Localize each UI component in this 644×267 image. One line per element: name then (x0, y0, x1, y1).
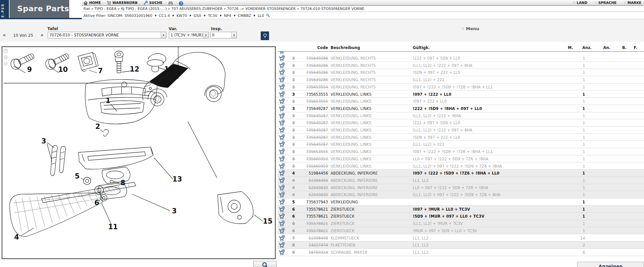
add-to-cart-icon[interactable] (279, 191, 285, 198)
add-to-cart-icon[interactable] (279, 242, 285, 248)
part-code[interactable]: 735653555 (295, 149, 328, 154)
part-code[interactable]: 735660959 (295, 164, 328, 169)
table-row[interactable]: 451984456ABDECKUNG, INFERIORE!097 + !222… (278, 170, 644, 177)
table-row[interactable]: 5735637943VERKLEIDUNG1 (278, 198, 644, 206)
menu-item-suche[interactable]: SUCHE (143, 1, 162, 5)
pager-prev-button[interactable]: « (3, 33, 6, 38)
add-to-cart-icon[interactable] (279, 228, 285, 234)
add-to-cart-icon[interactable] (279, 235, 285, 241)
table-row[interactable]: 6735578621ZIERSTUECK!MUR + 097 + 5D9 + L… (278, 227, 644, 235)
table-row[interactable]: 3735649287VERKLEIDUNG, LINKS(LL1, LL2) +… (278, 112, 644, 120)
callout-number-1[interactable]: 1 (106, 97, 111, 105)
part-code[interactable]: 735653555 (295, 99, 328, 104)
part-code[interactable]: 735649286 (295, 78, 328, 82)
part-code[interactable]: 51984456 (295, 178, 328, 183)
diagram-search-button[interactable] (253, 261, 277, 267)
table-row[interactable]: 3735660959VERKLEIDUNG, LINKSLL0 + 097 + … (278, 155, 644, 163)
table-row[interactable]: 918750324SCHRAUBE, M6X18LL1, LL26 (278, 249, 644, 256)
column-header-code[interactable]: Code (295, 45, 328, 50)
part-code[interactable]: 735660959 (295, 157, 328, 161)
part-code[interactable]: 735578621 (295, 221, 328, 226)
add-to-cart-icon[interactable] (279, 213, 285, 220)
part-code[interactable]: 14227474 (295, 243, 328, 247)
add-to-cart-icon[interactable] (279, 105, 285, 112)
insp-select[interactable]: 0 ▾ (210, 32, 237, 38)
part-code[interactable]: 51998498 (295, 236, 328, 240)
add-to-cart-icon[interactable] (279, 77, 285, 83)
table-row[interactable]: 751998498KLEMMSTUECKLL1, LL214 (278, 235, 644, 242)
table-row[interactable]: 3735653555VERKLEIDUNG, LINKS!097 + !222 … (278, 91, 644, 98)
callout-number-3[interactable]: 3 (41, 137, 46, 145)
callout-number-6[interactable]: 6 (94, 199, 99, 207)
add-to-cart-icon[interactable] (279, 163, 285, 170)
parts-diagram-panel[interactable]: 9107121412358613311415 (2, 46, 276, 259)
part-code[interactable]: 735578621 (295, 214, 328, 219)
add-to-cart-icon[interactable] (279, 127, 285, 134)
callout-number-3[interactable]: 3 (172, 207, 177, 215)
table-row[interactable]: 3735649287VERKLEIDUNG, LINKS!222 + 097 +… (278, 119, 644, 127)
add-to-cart-icon[interactable] (279, 91, 285, 98)
add-to-cart-icon[interactable] (279, 98, 285, 105)
highlight-lamp-button[interactable] (261, 31, 269, 40)
part-code[interactable]: 735637943 (295, 200, 328, 204)
table-row[interactable]: 3735653554VERKLEIDUNG, RECHTS!097 + !222… (278, 83, 644, 91)
menu-item-warenkorb[interactable]: WARENKORB (107, 1, 137, 5)
add-to-cart-icon[interactable] (279, 156, 285, 162)
add-to-cart-icon[interactable] (279, 249, 285, 256)
part-code[interactable]: 735578621 (295, 207, 328, 212)
table-row[interactable]: 3735649286VERKLEIDUNG, RECHTS!222 + 097 … (278, 55, 644, 62)
menu-item-home[interactable]: HOME (83, 1, 101, 5)
part-code[interactable]: 735649287 (295, 121, 328, 125)
table-row[interactable]: 3735649286VERKLEIDUNG, RECHTS(LL1, LL2) … (278, 62, 644, 69)
table-row[interactable]: 6735578621ZIERSTUECK(LL1, LL2) + !MUR + … (278, 220, 644, 227)
add-to-cart-icon[interactable] (279, 134, 285, 141)
column-header-beschreibung[interactable]: Beschreibung (331, 45, 360, 50)
part-code[interactable]: 735578621 (295, 229, 328, 233)
callout-number-12[interactable]: 12 (130, 65, 139, 73)
column-header-gueltigkeit[interactable]: Gültigk. (413, 45, 430, 50)
part-code[interactable]: 735649286 (295, 63, 328, 68)
add-to-cart-icon[interactable] (279, 55, 285, 62)
part-code[interactable]: 735649287 (295, 142, 328, 147)
part-code[interactable]: 735653555 (295, 92, 328, 97)
table-row[interactable]: 3735653555VERKLEIDUNG, LINKS!097 + !222 … (278, 148, 644, 155)
part-code[interactable]: 735649287 (295, 114, 328, 118)
add-to-cart-icon[interactable] (279, 120, 285, 126)
add-to-cart-icon[interactable] (279, 177, 285, 184)
callout-number-4[interactable]: 4 (14, 233, 19, 241)
add-to-cart-icon[interactable] (279, 220, 285, 227)
part-code[interactable]: 735649287 (295, 128, 328, 133)
callout-number-9[interactable]: 9 (27, 66, 32, 74)
table-row[interactable]: 814227474PLAETTCHENLL1, LL22 (278, 241, 644, 249)
add-to-cart-icon[interactable] (279, 62, 285, 69)
var-select[interactable]: 1 (TC3V + !MUR) ▾ (169, 32, 209, 38)
add-to-cart-icon[interactable] (279, 185, 285, 191)
part-code[interactable]: 51984456 (295, 171, 328, 176)
part-code[interactable]: 735649287 (295, 135, 328, 140)
add-to-cart-icon[interactable] (279, 69, 285, 76)
table-row[interactable]: 452043630ABDECKUNG, INFERIORE(LL1, LL2) … (278, 191, 644, 198)
callout-number-11[interactable]: 11 (108, 223, 118, 231)
table-row[interactable]: 3735649287VERKLEIDUNG, LINKS!5D9 + 097 +… (278, 134, 644, 141)
add-to-cart-icon[interactable] (279, 141, 285, 148)
part-code[interactable]: 18750324 (295, 250, 328, 255)
table-row[interactable]: 452043630ABDECKUNG, INFERIORELL0 + 097 +… (278, 184, 644, 191)
table-row[interactable]: 3735649287VERKLEIDUNG, LINKS!222 + !5D9 … (278, 105, 644, 112)
add-to-cart-icon[interactable] (279, 199, 285, 205)
callout-number-14[interactable]: 14 (164, 65, 174, 73)
column-header-an[interactable]: An. (603, 45, 610, 50)
help-icon[interactable]: ? (179, 1, 184, 5)
column-header-anz[interactable]: Anz. (578, 45, 592, 50)
table-row[interactable]: 6735578621ZIERSTUECK!097 + !MUR + LL0 + … (278, 206, 644, 213)
part-code[interactable]: 735649287 (295, 106, 328, 111)
callout-number-7[interactable]: 7 (98, 67, 103, 75)
key-icon[interactable] (266, 13, 271, 18)
table-row[interactable]: 451984456ABDECKUNG, INFERIORELL1, LL21 (278, 177, 644, 184)
callout-number-2[interactable]: 2 (95, 123, 100, 131)
callout-number-10[interactable]: 10 (58, 66, 68, 74)
callout-number-15[interactable]: 15 (263, 217, 272, 225)
pager-next-button[interactable]: » (40, 33, 44, 38)
column-header-f[interactable]: F. (634, 45, 637, 50)
table-row[interactable]: 3735660959VERKLEIDUNG, LINKS(LL1, LL2) +… (278, 163, 644, 170)
part-code[interactable]: 52043630 (295, 186, 328, 190)
